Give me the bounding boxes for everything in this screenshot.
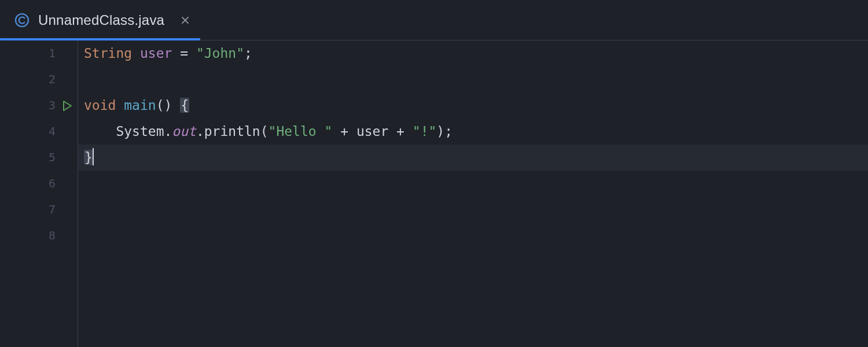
token-identifier: user <box>356 124 388 139</box>
code-line[interactable]: void main() { <box>78 93 868 119</box>
token-method: println <box>204 124 260 139</box>
line-number: 8 <box>49 223 56 249</box>
gutter-line[interactable]: 6 <box>0 171 78 197</box>
token-type: String <box>84 46 132 61</box>
token-punct: . <box>164 124 172 139</box>
line-number: 3 <box>49 93 56 119</box>
code-line[interactable]: String user = "John"; <box>78 40 868 67</box>
token-indent <box>84 124 116 139</box>
code-line[interactable] <box>78 197 868 223</box>
token-space <box>172 98 180 113</box>
line-number: 1 <box>49 40 56 67</box>
line-number: 5 <box>49 145 56 171</box>
token-space <box>132 46 140 61</box>
token-brace: { <box>180 98 189 113</box>
token-string: "John" <box>196 46 244 61</box>
tab-title: UnnamedClass.java <box>38 12 164 28</box>
gutter: 1 2 3 4 5 6 7 8 <box>0 40 78 347</box>
token-punct: ) <box>436 124 444 139</box>
token-keyword: void <box>84 98 116 113</box>
code-editor[interactable]: 1 2 3 4 5 6 7 8 String user = "John"; vo… <box>0 40 868 347</box>
token-punct: . <box>196 124 204 139</box>
token-punct: () <box>156 98 172 113</box>
code-line[interactable]: } <box>78 145 868 171</box>
gutter-line[interactable]: 2 <box>0 67 78 93</box>
line-number: 2 <box>49 67 56 93</box>
gutter-line[interactable]: 4 <box>0 119 78 145</box>
svg-marker-3 <box>64 101 71 110</box>
close-tab-button[interactable] <box>177 12 193 28</box>
gutter-line[interactable]: 1 <box>0 40 78 67</box>
run-gutter-button[interactable] <box>60 99 74 113</box>
token-operator: + <box>332 124 356 139</box>
token-punct: ; <box>444 124 453 139</box>
token-brace: } <box>84 150 93 165</box>
code-area[interactable]: String user = "John"; void main() { Syst… <box>78 40 868 347</box>
svg-point-0 <box>16 14 28 27</box>
token-field: out <box>172 124 196 139</box>
token-identifier: user <box>140 46 172 61</box>
token-operator: = <box>172 46 196 61</box>
token-operator: + <box>388 124 413 139</box>
gutter-line[interactable]: 8 <box>0 223 78 249</box>
tab-bar: UnnamedClass.java <box>0 0 868 40</box>
token-identifier: System <box>116 124 164 139</box>
code-line[interactable] <box>78 67 868 93</box>
token-function: main <box>124 98 156 113</box>
token-string: "Hello " <box>269 124 333 139</box>
code-line[interactable] <box>78 171 868 197</box>
token-string: "!" <box>413 124 437 139</box>
gutter-line[interactable]: 5 <box>0 145 78 171</box>
line-number: 7 <box>49 197 56 223</box>
class-icon <box>14 12 30 28</box>
gutter-line[interactable]: 7 <box>0 197 78 223</box>
token-space <box>116 98 124 113</box>
gutter-line[interactable]: 3 <box>0 93 78 119</box>
code-line[interactable]: System.out.println("Hello " + user + "!"… <box>78 119 868 145</box>
line-number: 4 <box>49 119 56 145</box>
editor-tab[interactable]: UnnamedClass.java <box>0 0 200 40</box>
token-punct: ; <box>244 46 252 61</box>
code-line[interactable] <box>78 223 868 249</box>
text-caret <box>93 148 94 165</box>
token-punct: ( <box>260 124 269 139</box>
line-number: 6 <box>49 171 56 197</box>
